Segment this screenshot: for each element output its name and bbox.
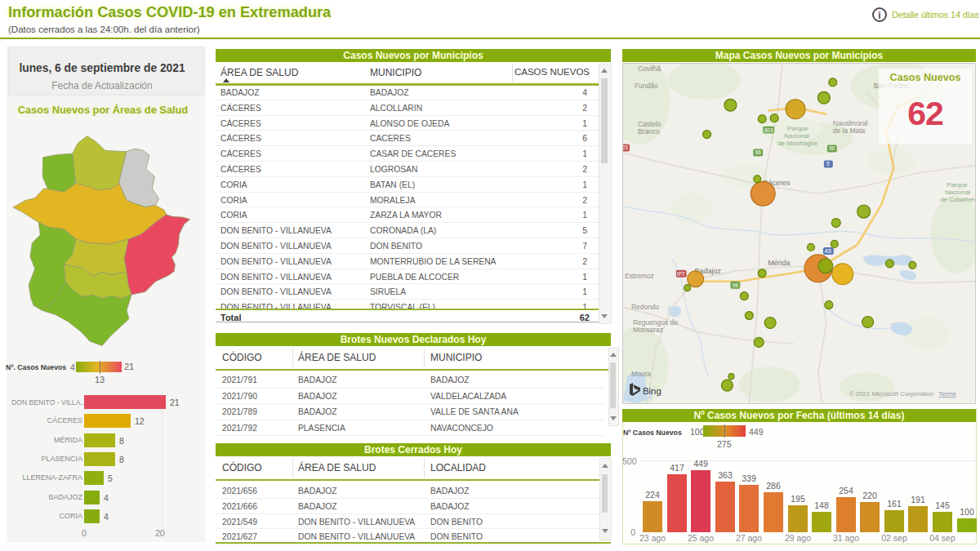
svg-text:Terms: Terms (938, 390, 956, 398)
svg-text:Estremoz: Estremoz (625, 272, 654, 280)
svg-text:Bing: Bing (643, 386, 662, 396)
svg-text:Monsaraz: Monsaraz (633, 326, 663, 334)
svg-text:de Cabañeros: de Cabañeros (940, 196, 976, 203)
svg-text:5: 5 (826, 161, 830, 167)
svg-text:Covilhã: Covilhã (638, 64, 661, 73)
svg-text:Parque: Parque (787, 125, 808, 132)
svg-text:23: 23 (622, 144, 628, 150)
svg-text:Moura: Moura (631, 370, 651, 378)
svg-text:Nacional: Nacional (784, 132, 809, 140)
svg-text:90: 90 (829, 145, 835, 151)
svg-text:Nacional: Nacional (945, 189, 970, 196)
svg-text:IP7: IP7 (677, 271, 685, 277)
svg-text:Branco: Branco (638, 127, 660, 136)
svg-text:A5: A5 (825, 248, 831, 254)
svg-text:Redondo: Redondo (631, 303, 660, 311)
svg-text:de Monfragüe: de Monfragüe (777, 140, 818, 147)
svg-text:Parque: Parque (947, 181, 968, 189)
svg-text:99: 99 (733, 282, 739, 288)
svg-text:803: 803 (764, 127, 773, 133)
svg-text:66: 66 (755, 149, 762, 155)
svg-text:Mérida: Mérida (768, 259, 790, 267)
svg-text:Fundão: Fundão (635, 82, 658, 90)
svg-text:de la Mata: de la Mata (833, 127, 866, 135)
svg-text:© 2021 Microsoft Corporation: © 2021 Microsoft Corporation (849, 390, 934, 398)
